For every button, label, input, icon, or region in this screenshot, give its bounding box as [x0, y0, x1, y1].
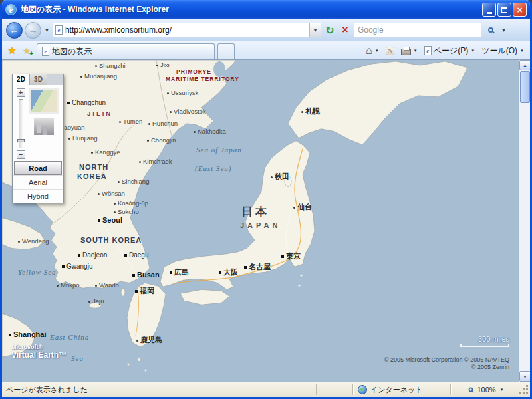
search-button[interactable] [483, 23, 498, 37]
tab-page-icon: e [42, 47, 49, 56]
zoom-slider[interactable] [19, 99, 23, 148]
city-square-marker [170, 271, 172, 274]
home-dropdown-icon: ▼ [375, 49, 379, 53]
search-box[interactable]: Google [354, 23, 481, 37]
city-dot-marker [139, 161, 141, 163]
refresh-icon: ↻ [325, 24, 334, 37]
map-control-panel: 2D 3D + − Road Aerial Hybrid [12, 74, 64, 203]
minimize-icon [487, 12, 492, 14]
scrollbar-thumb[interactable] [520, 71, 530, 103]
map-label: Jeju [88, 298, 104, 305]
map-viewport[interactable]: ShangzhiJixiMudanjiangPRIMORYEMARITIME T… [2, 60, 519, 382]
city-square-marker [281, 255, 284, 258]
map-label: 仙台 [293, 203, 312, 211]
back-button[interactable]: ← [6, 22, 23, 39]
city-dot-marker [98, 193, 100, 195]
minimize-button[interactable] [482, 3, 496, 17]
city-square-marker [244, 266, 247, 269]
map-label: SOUTH KOREA [80, 237, 142, 244]
map-label: Jixi [156, 62, 170, 68]
city-dot-marker [118, 181, 120, 183]
address-url[interactable]: http://www.xmlconsortium.org/ [63, 25, 309, 35]
forward-button[interactable]: → [25, 22, 41, 39]
city-dot-marker [147, 140, 149, 142]
tab-title: 地図の表示 [52, 46, 92, 57]
map-label: Sea of Japan [196, 146, 242, 154]
add-favorite-button[interactable]: ★+ [19, 43, 34, 59]
city-dot-marker [68, 138, 70, 140]
address-bar[interactable]: e http://www.xmlconsortium.org/ ▼ [53, 23, 321, 37]
map-label: Mokpo [57, 282, 80, 289]
map-panel-body: + − [13, 85, 63, 161]
city-dot-marker [156, 65, 158, 66]
city-dot-marker [170, 111, 172, 113]
map-label: Tumen [119, 118, 142, 125]
zoom-control-column: + − [14, 88, 27, 159]
favorites-center-button[interactable]: ★ [5, 43, 19, 59]
scroll-down-button[interactable]: ▼ [519, 371, 530, 382]
address-dropdown[interactable]: ▼ [309, 23, 321, 37]
map-label: Daegu [124, 252, 148, 259]
scroll-up-button[interactable]: ▲ [519, 60, 530, 70]
zoom-dropdown-icon: ▼ [500, 388, 504, 392]
page-zoom-control[interactable]: 100% ▼ [453, 386, 519, 394]
copyright-line-2: © 2005 Zenrin [384, 364, 509, 371]
map-label: KOREA [77, 173, 107, 180]
print-button[interactable]: ▼ [398, 43, 421, 59]
map-label: East China [50, 334, 89, 341]
zoom-slider-handle[interactable] [17, 139, 25, 142]
zoom-out-button[interactable]: − [17, 150, 25, 159]
map-mode-road[interactable]: Road [14, 161, 62, 175]
city-square-marker [78, 254, 80, 257]
city-dot-marker [148, 123, 150, 125]
search-dropdown[interactable]: ▼ [500, 28, 507, 33]
map-label: Seoul [98, 217, 122, 224]
new-tab-button[interactable] [217, 43, 235, 59]
page-icon-e: e [57, 27, 60, 33]
resize-grip[interactable] [519, 383, 530, 396]
stop-button[interactable]: × [338, 23, 352, 37]
tab-page-icon-e: e [45, 49, 47, 55]
minimap-thumbnail[interactable] [29, 88, 59, 114]
magnifier-icon [488, 27, 493, 33]
close-button[interactable]: × [513, 3, 527, 17]
recent-pages-dropdown[interactable]: ▼ [43, 28, 51, 33]
map-label: Kanggye [91, 149, 120, 156]
zoom-magnifier-icon [469, 388, 473, 392]
search-input[interactable]: Google [358, 25, 384, 35]
page-menu-dropdown-icon: ▼ [471, 49, 475, 53]
page-menu-icon-e: e [426, 48, 429, 54]
city-dot-marker [114, 203, 116, 205]
city-dot-marker [95, 285, 97, 287]
three-d-view-thumbnail[interactable] [34, 118, 54, 135]
city-dot-marker [271, 176, 273, 178]
map-label: 福岡 [135, 287, 154, 295]
map-mode-hybrid[interactable]: Hybrid [13, 189, 63, 203]
city-square-marker [124, 254, 127, 257]
map-label: Kosŏng-ŭp [114, 200, 148, 207]
maximize-icon [501, 7, 507, 13]
map-2d-tab[interactable]: 2D [13, 74, 30, 85]
map-label: Chongjin [147, 137, 176, 144]
page-menu-button[interactable]: eページ(P)▼ [421, 43, 479, 59]
tools-menu-button[interactable]: ツール(O)▼ [478, 43, 527, 59]
city-dot-marker [136, 340, 138, 342]
city-square-marker [132, 274, 135, 277]
page-content: ShangzhiJixiMudanjiangPRIMORYEMARITIME T… [2, 59, 530, 382]
map-label: Sea [71, 355, 84, 362]
navigation-bar: ← → ▼ e http://www.xmlconsortium.org/ ▼ … [2, 19, 530, 41]
map-mode-aerial[interactable]: Aerial [13, 175, 63, 189]
map-3d-tab[interactable]: 3D [30, 74, 47, 85]
tab-active[interactable]: e 地図の表示 [37, 43, 215, 59]
zoom-in-button[interactable]: + [17, 88, 25, 97]
refresh-button[interactable]: ↻ [323, 23, 336, 37]
status-bar: ページが表示されました インターネット 100% ▼ [2, 382, 530, 397]
vertical-scrollbar[interactable]: ▲ ▼ [519, 60, 530, 382]
home-icon: ⌂ [366, 45, 372, 56]
map-label: JILIN [87, 110, 112, 117]
maximize-button[interactable] [497, 3, 511, 17]
home-button[interactable]: ⌂▼ [362, 43, 382, 59]
map-label: 広島 [170, 269, 189, 276]
feeds-button[interactable] [382, 43, 398, 59]
map-label: NORTH [79, 164, 108, 171]
